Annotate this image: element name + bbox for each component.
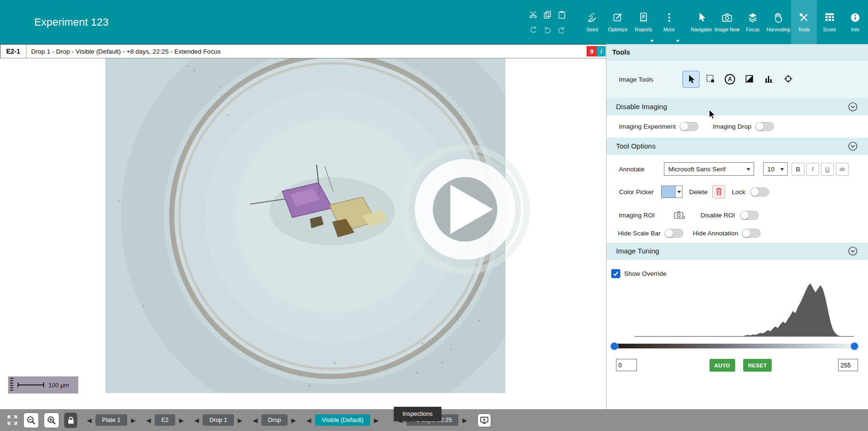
underline-button[interactable]: U bbox=[821, 163, 834, 176]
redo-button[interactable] bbox=[557, 25, 566, 34]
prev-plate-button[interactable]: ◀ bbox=[86, 417, 93, 424]
imaging-experiment-toggle[interactable] bbox=[680, 122, 699, 131]
chevron-down-icon bbox=[848, 141, 858, 151]
redo-icon bbox=[557, 28, 566, 36]
drop-image-canvas[interactable]: 100 μm bbox=[0, 58, 606, 409]
gradient-track[interactable] bbox=[614, 344, 856, 348]
chevron-down-icon bbox=[848, 246, 858, 256]
topbar-button-info[interactable]: Info bbox=[842, 0, 868, 44]
topbar-button-score[interactable]: Score bbox=[817, 0, 842, 44]
region-pill[interactable]: Drop bbox=[261, 414, 288, 426]
hide-annotation-toggle[interactable] bbox=[742, 229, 761, 238]
zoom-in-icon bbox=[47, 415, 56, 425]
score-badge[interactable]: 9 bbox=[587, 46, 597, 56]
image-tools-label: Image Tools bbox=[619, 76, 682, 83]
paste-button[interactable] bbox=[557, 10, 566, 19]
pointer-tool-button[interactable] bbox=[682, 71, 700, 88]
caret-down-icon bbox=[650, 40, 654, 42]
zoom-out-button[interactable] bbox=[23, 412, 39, 428]
info-icon bbox=[849, 12, 861, 25]
well-label: E2-1 bbox=[0, 45, 27, 58]
next-light-button[interactable]: ▶ bbox=[373, 417, 380, 424]
delete-annotation-button[interactable] bbox=[712, 185, 725, 198]
topbar-button-tools[interactable]: Tools bbox=[791, 0, 817, 44]
drop-number-pill[interactable]: Drop 1 bbox=[203, 414, 234, 426]
auto-button[interactable]: AUTO bbox=[709, 359, 735, 372]
min-level-input[interactable] bbox=[616, 359, 637, 371]
hide-scale-bar-toggle[interactable] bbox=[664, 229, 683, 238]
topbar-button-navigator[interactable]: Navigator bbox=[689, 0, 714, 44]
inspections-tooltip: Inspections bbox=[394, 407, 441, 421]
sync-button[interactable] bbox=[529, 25, 538, 34]
drop-micrograph bbox=[0, 58, 606, 409]
next-region-button[interactable]: ▶ bbox=[290, 417, 297, 424]
max-level-input[interactable] bbox=[838, 359, 858, 371]
topbar-button-more[interactable]: More bbox=[656, 0, 682, 44]
prev-drop-button[interactable]: ◀ bbox=[193, 417, 200, 424]
imaging-drop-toggle[interactable] bbox=[755, 122, 774, 131]
zoom-out-icon bbox=[26, 415, 36, 425]
ruler-ticks-icon bbox=[10, 378, 13, 392]
lock-toggle[interactable] bbox=[750, 187, 769, 197]
color-swatch-button[interactable] bbox=[661, 186, 682, 198]
section-header-disable-imaging[interactable]: Disable Imaging bbox=[607, 98, 868, 115]
topbar-button-optimize[interactable]: Optimize bbox=[605, 0, 631, 44]
fit-to-screen-button[interactable] bbox=[6, 414, 19, 426]
slideshow-button[interactable] bbox=[477, 413, 491, 427]
prev-well-button[interactable]: ◀ bbox=[145, 417, 152, 424]
navigator-cursor-icon bbox=[696, 12, 707, 25]
next-plate-button[interactable]: ▶ bbox=[130, 417, 137, 424]
cut-button[interactable] bbox=[529, 10, 538, 19]
show-override-checkbox[interactable] bbox=[611, 269, 620, 278]
scale-ruler-icon bbox=[18, 383, 44, 387]
show-override-label: Show Override bbox=[624, 270, 666, 277]
tools-panel: Tools Image Tools A Disable Imaging Imag… bbox=[606, 44, 868, 409]
copy-button[interactable] bbox=[543, 10, 552, 19]
max-level-handle[interactable] bbox=[850, 342, 859, 350]
next-inspection-button[interactable]: ▶ bbox=[461, 417, 468, 424]
next-well-button[interactable]: ▶ bbox=[178, 417, 185, 424]
annotate-tool-button[interactable]: A bbox=[721, 71, 738, 88]
undo-button[interactable] bbox=[543, 25, 552, 34]
annotate-icon: A bbox=[725, 74, 735, 84]
color-swatch bbox=[662, 186, 675, 197]
mouse-cursor bbox=[709, 109, 716, 121]
prev-region-button[interactable]: ◀ bbox=[252, 417, 259, 424]
bottom-navigation-bar: ◀ Plate 1 ▶ ◀ E2 ▶ ◀ Drop 1 ▶ ◀ Drop ▶ ◀… bbox=[0, 409, 868, 431]
plate-pill[interactable]: Plate 1 bbox=[95, 414, 127, 426]
disable-imaging-toggles-row: Imaging Experiment Imaging Drop bbox=[607, 115, 868, 138]
caret-down-icon bbox=[676, 40, 680, 42]
italic-button[interactable]: I bbox=[806, 163, 819, 176]
prev-light-button[interactable]: ◀ bbox=[306, 417, 312, 424]
well-pill[interactable]: E2 bbox=[155, 414, 175, 426]
target-tool-button[interactable] bbox=[780, 71, 797, 88]
section-header-image-tuning[interactable]: Image Tuning bbox=[607, 243, 868, 260]
disable-roi-toggle[interactable] bbox=[740, 211, 759, 220]
topbar-button-seed[interactable]: Seed bbox=[579, 0, 605, 44]
next-drop-button[interactable]: ▶ bbox=[237, 417, 243, 424]
histogram-icon bbox=[764, 74, 774, 85]
topbar-button-harvesting[interactable]: Harvesting bbox=[765, 0, 791, 44]
topbar-button-reports[interactable]: Reports bbox=[631, 0, 656, 44]
reset-button[interactable]: RESET bbox=[743, 359, 772, 372]
image-title: Drop 1 - Drop - Visible (Default) - +8 d… bbox=[27, 48, 221, 55]
histogram-tool-button[interactable] bbox=[760, 71, 777, 88]
image-viewer: E2-1 Drop 1 - Drop - Visible (Default) -… bbox=[0, 44, 606, 409]
info-badge[interactable]: i bbox=[597, 46, 606, 56]
lock-view-button[interactable] bbox=[64, 412, 77, 428]
section-header-tool-options[interactable]: Tool Options bbox=[607, 138, 868, 155]
image-tools-row: Image Tools A bbox=[607, 60, 868, 98]
topbar-button-focus[interactable]: Focus bbox=[740, 0, 765, 44]
min-level-handle[interactable] bbox=[610, 342, 618, 350]
bold-button[interactable]: B bbox=[792, 163, 804, 176]
font-size-select[interactable]: 10 bbox=[763, 162, 788, 176]
topbar-button-image-now[interactable]: Image Now bbox=[714, 0, 740, 44]
region-select-tool-button[interactable] bbox=[702, 71, 719, 88]
font-family-select[interactable]: Microsoft Sans Serif bbox=[664, 162, 754, 176]
light-type-pill[interactable]: Visible (Default) bbox=[315, 414, 370, 426]
fill-tool-button[interactable] bbox=[741, 71, 758, 88]
strikethrough-button[interactable]: ab bbox=[836, 163, 849, 176]
nav-group-well: ◀ E2 ▶ bbox=[145, 414, 185, 426]
imaging-roi-camera-button[interactable] bbox=[672, 209, 687, 221]
zoom-in-button[interactable] bbox=[44, 412, 59, 428]
